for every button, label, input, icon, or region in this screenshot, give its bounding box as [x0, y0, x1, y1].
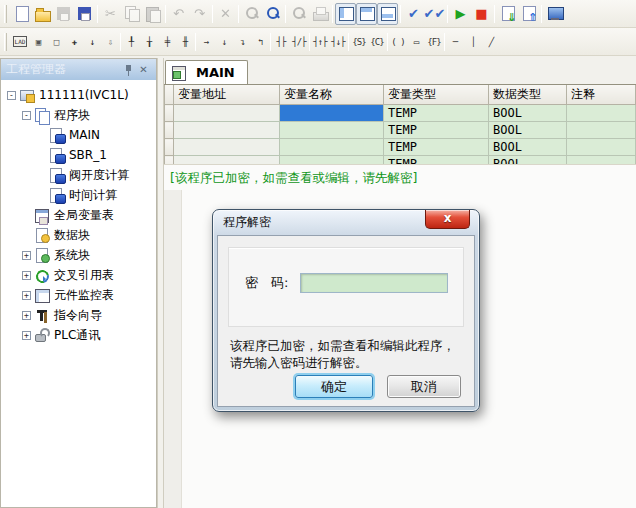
cancel-button[interactable]: 取消 [387, 375, 461, 398]
set-coil-button[interactable]: {S} [350, 31, 368, 53]
tree-expander[interactable]: + [22, 271, 31, 280]
tree-expander[interactable]: - [22, 111, 31, 120]
data-type-cell[interactable]: BOOL [489, 105, 567, 122]
row-selector-cell[interactable] [165, 122, 174, 139]
new-file-button[interactable] [11, 3, 32, 25]
cut-button[interactable]: ✂ [100, 3, 121, 25]
open-file-button[interactable] [32, 3, 53, 25]
toolbar-grip[interactable] [4, 5, 7, 23]
redo-button[interactable]: ↷ [189, 3, 210, 25]
tree-item-程序块[interactable]: -程序块 [1, 105, 156, 125]
password-input[interactable] [300, 273, 448, 293]
delete-line-button[interactable]: ╱ [482, 31, 500, 53]
line-turn-up-button[interactable]: ↰ [251, 31, 269, 53]
arrow-down-solid-button[interactable]: ↓ [83, 31, 101, 53]
stop-plc-button[interactable]: ■ [471, 3, 492, 25]
paste-button[interactable] [142, 3, 163, 25]
tree-item-SBR_1[interactable]: SBR_1 [1, 145, 156, 165]
arrow-down-hollow-button[interactable]: ⇩ [101, 31, 119, 53]
close-panel-button[interactable]: ✕ [136, 63, 151, 77]
tree-expander[interactable]: + [22, 331, 31, 340]
row-selector-cell[interactable] [165, 156, 174, 165]
dialog-close-button[interactable]: x [425, 210, 470, 229]
tree-item-交叉引用表[interactable]: +交叉引用表 [1, 265, 156, 285]
count-coil-button[interactable]: {C} [368, 31, 386, 53]
column-header-5[interactable]: 注释 [567, 85, 636, 105]
row-selector-cell[interactable] [165, 139, 174, 156]
toggle-project-window-button[interactable] [335, 3, 356, 25]
output-coil-button[interactable]: ( ) [389, 31, 407, 53]
var-type-cell[interactable]: TEMP [384, 122, 489, 139]
empty-box-button[interactable]: □ [47, 31, 65, 53]
print-preview-button[interactable] [288, 3, 309, 25]
tree-item-阀开度计算[interactable]: 阀开度计算 [1, 165, 156, 185]
contact-falling-edge-button[interactable]: ┤↓├ [329, 31, 347, 53]
pin-panel-button[interactable] [121, 63, 136, 77]
insert-row-below-button[interactable]: ╁ [140, 31, 158, 53]
find-in-project-button[interactable] [262, 3, 283, 25]
address-cell[interactable] [174, 156, 280, 165]
data-type-cell[interactable]: BOOL [489, 122, 567, 139]
save-all-button[interactable] [74, 3, 95, 25]
contact-closed-button[interactable]: ┤/├ [290, 31, 308, 53]
function-block-button[interactable]: ▭ [407, 31, 425, 53]
column-header-3[interactable]: 变量类型 [384, 85, 489, 105]
tree-expander[interactable]: + [22, 251, 31, 260]
delete-button[interactable]: ✕ [215, 3, 236, 25]
name-cell[interactable] [280, 156, 384, 165]
tree-item-时间计算[interactable]: 时间计算 [1, 185, 156, 205]
comment-cell[interactable] [567, 156, 636, 165]
tree-item-PLC通讯[interactable]: +PLC通讯 [1, 325, 156, 345]
function-coil-button[interactable]: {F} [425, 31, 443, 53]
comment-cell[interactable] [567, 122, 636, 139]
var-type-cell[interactable]: TEMP [384, 105, 489, 122]
tab-main[interactable]: MAIN [165, 60, 248, 84]
comment-cell[interactable] [567, 139, 636, 156]
tree-item-数据块[interactable]: 数据块 [1, 225, 156, 245]
toggle-output-window-button[interactable] [377, 3, 398, 25]
save-button[interactable] [53, 3, 74, 25]
tree-item-元件监控表[interactable]: +元件监控表 [1, 285, 156, 305]
data-type-cell[interactable]: BOOL [489, 156, 567, 165]
download-program-button[interactable] [497, 3, 518, 25]
address-cell[interactable] [174, 122, 280, 139]
address-cell[interactable] [174, 139, 280, 156]
find-button[interactable] [241, 3, 262, 25]
column-header-4[interactable]: 数据类型 [489, 85, 567, 105]
address-cell[interactable] [174, 105, 280, 122]
horizontal-line-button[interactable]: ─ [446, 31, 464, 53]
tree-item-全局变量表[interactable]: 全局变量表 [1, 205, 156, 225]
contact-open-button[interactable]: ┤├ [272, 31, 290, 53]
tree-item-111111(IVC1L)[interactable]: -111111(IVC1L) [1, 85, 156, 105]
run-plc-button[interactable]: ▶ [450, 3, 471, 25]
row-selector-cell[interactable] [165, 105, 174, 122]
tree-item-指令向导[interactable]: +指令向导 [1, 305, 156, 325]
upload-program-button[interactable] [518, 3, 539, 25]
copy-button[interactable] [121, 3, 142, 25]
toolbar-grip[interactable] [4, 33, 7, 51]
undo-button[interactable]: ↶ [168, 3, 189, 25]
toggle-instruction-window-button[interactable] [356, 3, 377, 25]
insert-row-above-button[interactable]: ╀ [122, 31, 140, 53]
name-cell[interactable] [280, 139, 384, 156]
compile-all-button[interactable]: ✔✔ [424, 3, 445, 25]
line-turn-down-button[interactable]: ↴ [233, 31, 251, 53]
column-header-2[interactable]: 变量名称 [280, 85, 384, 105]
tree-expander[interactable]: - [7, 91, 16, 100]
tree-expander[interactable]: + [22, 291, 31, 300]
instruction-box-button[interactable]: ▣ [29, 31, 47, 53]
line-right-button[interactable]: → [197, 31, 215, 53]
lad-mode-button[interactable]: LAD [11, 31, 29, 53]
data-type-cell[interactable]: BOOL [489, 139, 567, 156]
tree-item-MAIN[interactable]: MAIN [1, 125, 156, 145]
monitor-mode-button[interactable] [544, 3, 565, 25]
delete-column-button[interactable]: ╫ [176, 31, 194, 53]
name-cell[interactable] [280, 122, 384, 139]
insert-column-button[interactable]: ╪ [158, 31, 176, 53]
contact-rising-edge-button[interactable]: ┤↑├ [311, 31, 329, 53]
print-button[interactable] [309, 3, 330, 25]
name-cell[interactable] [280, 105, 384, 122]
insert-cross-button[interactable]: ✚ [65, 31, 83, 53]
compile-button[interactable]: ✔ [403, 3, 424, 25]
tree-expander[interactable]: + [22, 311, 31, 320]
